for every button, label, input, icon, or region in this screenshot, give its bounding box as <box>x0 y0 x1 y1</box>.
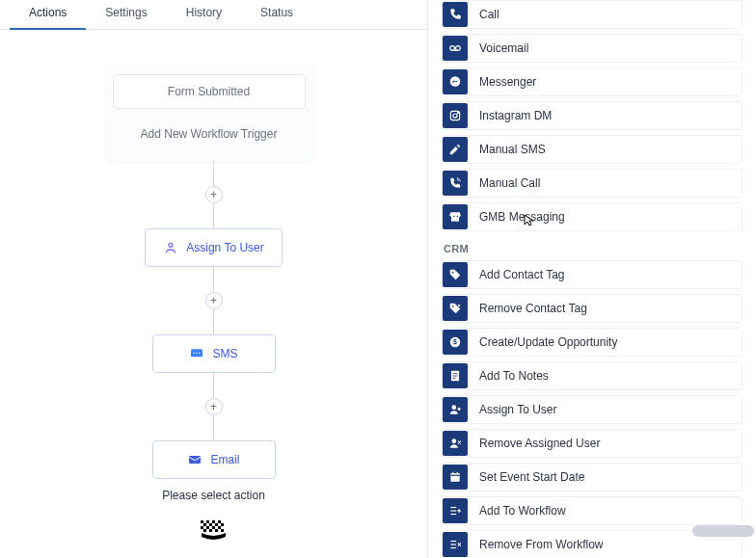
pencil-icon <box>443 137 468 162</box>
svg-rect-7 <box>203 523 206 526</box>
section-label-crm: CRM <box>444 243 741 254</box>
storefront-icon <box>443 204 468 229</box>
svg-point-0 <box>169 243 173 247</box>
svg-point-19 <box>450 46 455 51</box>
svg-rect-10 <box>221 523 224 526</box>
action-item-call[interactable]: Call <box>442 0 742 29</box>
user-x-icon <box>443 431 468 456</box>
svg-rect-4 <box>206 520 209 523</box>
tag-x-icon <box>443 296 468 321</box>
action-item-instagram[interactable]: Instagram DM <box>442 101 742 130</box>
left-pane: Actions Settings History Status Form Sub… <box>0 0 428 558</box>
action-item-label: Manual Call <box>479 176 540 190</box>
svg-rect-15 <box>203 529 206 532</box>
tabs-bar: Actions Settings History Status <box>0 0 427 30</box>
svg-point-28 <box>452 306 454 307</box>
action-item-label: GMB Messaging <box>479 210 565 224</box>
node-assign-to-user[interactable]: Assign To User <box>145 228 282 267</box>
action-item-gmb[interactable]: GMB Messaging <box>442 202 742 231</box>
add-node-button-1[interactable]: + <box>205 186 223 203</box>
svg-rect-2 <box>189 456 201 464</box>
action-item-remove_user[interactable]: Remove Assigned User <box>442 429 742 458</box>
connector-line <box>213 415 214 440</box>
note-icon <box>443 363 468 388</box>
tab-status[interactable]: Status <box>241 0 312 29</box>
svg-rect-14 <box>218 526 221 529</box>
action-item-label: Set Event Start Date <box>479 470 584 484</box>
plus-icon: + <box>210 188 217 201</box>
action-item-label: Add Contact Tag <box>479 268 565 281</box>
action-item-label: Add To Notes <box>479 369 549 383</box>
tab-settings[interactable]: Settings <box>86 0 166 29</box>
actions-panel: CallVoicemailMessengerInstagram DMManual… <box>428 0 756 558</box>
horizontal-scrollbar[interactable] <box>692 525 754 537</box>
plus-icon: + <box>210 400 217 413</box>
action-item-voicemail[interactable]: Voicemail <box>442 34 742 63</box>
instagram-icon <box>443 103 468 128</box>
list-plus-icon <box>443 498 468 523</box>
connector-line <box>213 203 214 228</box>
node-sms[interactable]: SMS <box>152 334 276 373</box>
connector-line <box>213 267 214 292</box>
svg-point-36 <box>452 438 457 443</box>
user-icon <box>163 240 178 255</box>
svg-text:$: $ <box>453 338 457 346</box>
workflow-canvas: Form Submitted Add New Workflow Trigger … <box>0 30 427 558</box>
node-label: Email <box>210 453 239 466</box>
phone-ring-icon <box>443 171 468 196</box>
action-item-add_workflow[interactable]: Add To Workflow <box>442 496 742 525</box>
tab-history[interactable]: History <box>167 0 241 29</box>
action-item-messenger[interactable]: Messenger <box>442 67 742 96</box>
node-email[interactable]: Email <box>152 440 276 479</box>
action-item-label: Remove Contact Tag <box>479 302 587 315</box>
svg-point-25 <box>457 113 458 114</box>
svg-rect-9 <box>215 523 218 526</box>
finish-flag-icon <box>200 519 229 550</box>
action-item-assign_user[interactable]: Assign To User <box>442 395 742 424</box>
svg-point-27 <box>452 272 454 274</box>
svg-rect-13 <box>212 526 215 529</box>
dollar-icon: $ <box>443 330 468 355</box>
action-item-event_date[interactable]: Set Event Start Date <box>442 463 742 492</box>
add-node-button-2[interactable]: + <box>205 292 223 309</box>
action-item-label: Manual SMS <box>479 143 546 156</box>
action-item-label: Assign To User <box>479 403 556 416</box>
action-item-opportunity[interactable]: $Create/Update Opportunity <box>442 328 742 357</box>
tab-actions[interactable]: Actions <box>10 0 86 29</box>
svg-rect-5 <box>212 520 215 523</box>
actions-group-crm: Add Contact TagRemove Contact Tag$Create… <box>442 260 742 558</box>
add-node-button-3[interactable]: + <box>205 398 223 415</box>
email-icon <box>187 452 202 467</box>
svg-point-24 <box>453 114 457 118</box>
add-trigger-button[interactable]: Add New Workflow Trigger <box>113 119 306 149</box>
action-item-manual_sms[interactable]: Manual SMS <box>442 135 742 164</box>
svg-point-35 <box>452 405 457 410</box>
svg-rect-8 <box>209 523 212 526</box>
svg-rect-18 <box>221 529 224 532</box>
actions-group-communication: CallVoicemailMessengerInstagram DMManual… <box>442 0 742 231</box>
list-x-icon <box>443 532 468 557</box>
action-item-label: Add To Workflow <box>479 504 566 518</box>
svg-rect-16 <box>209 529 212 532</box>
svg-rect-3 <box>201 520 203 523</box>
tag-icon <box>443 262 468 287</box>
svg-rect-37 <box>450 473 459 482</box>
action-item-manual_call[interactable]: Manual Call <box>442 169 742 198</box>
svg-rect-26 <box>451 217 459 222</box>
action-item-label: Remove Assigned User <box>479 437 600 450</box>
action-item-add_tag[interactable]: Add Contact Tag <box>442 260 742 289</box>
sms-icon <box>189 346 204 361</box>
action-item-notes[interactable]: Add To Notes <box>442 361 742 390</box>
user-plus-icon <box>443 397 468 422</box>
svg-rect-17 <box>215 529 218 532</box>
trigger-card-form-submitted[interactable]: Form Submitted <box>113 74 306 109</box>
placeholder-select-action: Please select action <box>162 489 265 502</box>
node-label: Assign To User <box>186 241 263 254</box>
action-item-remove_tag[interactable]: Remove Contact Tag <box>442 294 742 323</box>
messenger-icon <box>443 69 468 94</box>
action-item-label: Instagram DM <box>479 109 552 122</box>
action-item-label: Create/Update Opportunity <box>479 335 617 349</box>
plus-icon: + <box>210 294 217 307</box>
phone-icon <box>443 2 468 27</box>
svg-rect-11 <box>201 526 203 529</box>
